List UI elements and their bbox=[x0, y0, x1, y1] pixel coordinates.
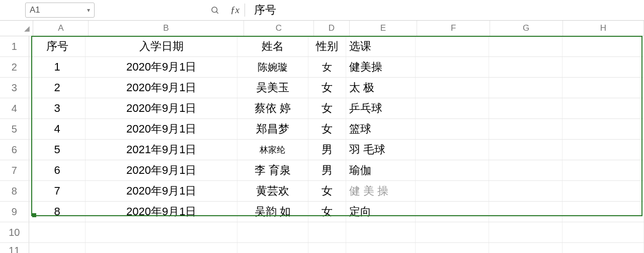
cell[interactable] bbox=[489, 222, 562, 242]
row-header[interactable]: 10 bbox=[0, 222, 29, 242]
cell[interactable]: 2020年9月1日 bbox=[86, 98, 237, 118]
cell[interactable]: 吴韵 如 bbox=[237, 202, 308, 222]
cell[interactable]: 定向 bbox=[346, 202, 416, 222]
cell[interactable]: 林家纶 bbox=[237, 140, 308, 160]
cell[interactable] bbox=[416, 140, 489, 160]
cell[interactable]: 吴美玉 bbox=[237, 78, 308, 98]
cell[interactable] bbox=[346, 243, 416, 253]
name-box[interactable]: A1 ▾ bbox=[25, 3, 95, 18]
cell[interactable] bbox=[416, 160, 489, 180]
cell[interactable]: 序号 bbox=[29, 36, 86, 56]
cell[interactable] bbox=[562, 78, 644, 98]
cell[interactable] bbox=[562, 202, 644, 222]
cell[interactable] bbox=[416, 98, 489, 118]
cell[interactable]: 女 bbox=[308, 57, 346, 77]
cell[interactable]: 女 bbox=[308, 78, 346, 98]
fx-icon[interactable]: ƒx bbox=[230, 5, 239, 16]
cell[interactable] bbox=[86, 243, 237, 253]
row-header[interactable]: 2 bbox=[0, 57, 29, 77]
row-header[interactable]: 1 bbox=[0, 36, 29, 56]
cell[interactable]: 4 bbox=[29, 119, 86, 139]
cell[interactable] bbox=[489, 243, 562, 253]
row-header[interactable]: 6 bbox=[0, 140, 29, 160]
cell[interactable] bbox=[489, 160, 562, 180]
spreadsheet-grid[interactable]: ◢ A B C D E F G H 1 序号 入学日期 姓名 性别 选课 2 1… bbox=[0, 21, 644, 253]
cell[interactable] bbox=[416, 222, 489, 242]
cell[interactable] bbox=[562, 243, 644, 253]
col-header-C[interactable]: C bbox=[244, 21, 314, 36]
cell[interactable] bbox=[489, 36, 562, 56]
cell[interactable] bbox=[346, 222, 416, 242]
col-header-F[interactable]: F bbox=[417, 21, 490, 36]
cell[interactable]: 2021年9月1日 bbox=[86, 140, 237, 160]
cell[interactable]: 郑昌梦 bbox=[237, 119, 308, 139]
cell[interactable]: 男 bbox=[308, 140, 346, 160]
row-header[interactable]: 9 bbox=[0, 202, 29, 222]
cell[interactable]: 乒乓球 bbox=[346, 98, 416, 118]
cell[interactable] bbox=[562, 119, 644, 139]
formula-value[interactable]: 序号 bbox=[254, 3, 276, 18]
cell[interactable] bbox=[562, 98, 644, 118]
cell[interactable] bbox=[237, 243, 308, 253]
cell[interactable]: 女 bbox=[308, 98, 346, 118]
cell[interactable]: 羽 毛球 bbox=[346, 140, 416, 160]
cell[interactable]: 瑜伽 bbox=[346, 160, 416, 180]
col-header-H[interactable]: H bbox=[563, 21, 644, 36]
cell[interactable] bbox=[237, 222, 308, 242]
cell[interactable]: 7 bbox=[29, 181, 86, 201]
cell[interactable]: 性别 bbox=[308, 36, 346, 56]
cell[interactable] bbox=[562, 36, 644, 56]
cell[interactable] bbox=[416, 57, 489, 77]
cell[interactable] bbox=[416, 36, 489, 56]
row-header[interactable]: 8 bbox=[0, 181, 29, 201]
cell[interactable]: 2020年9月1日 bbox=[86, 160, 237, 180]
col-header-A[interactable]: A bbox=[33, 21, 89, 36]
cell[interactable] bbox=[29, 222, 86, 242]
cell[interactable] bbox=[562, 181, 644, 201]
col-header-E[interactable]: E bbox=[350, 21, 418, 36]
cell[interactable] bbox=[489, 140, 562, 160]
cell[interactable]: 2020年9月1日 bbox=[86, 181, 237, 201]
cell[interactable] bbox=[29, 243, 86, 253]
col-header-G[interactable]: G bbox=[490, 21, 563, 36]
cell[interactable]: 女 bbox=[308, 202, 346, 222]
cell[interactable]: 女 bbox=[308, 181, 346, 201]
cell[interactable]: 入学日期 bbox=[86, 36, 237, 56]
cell[interactable]: 黄芸欢 bbox=[237, 181, 308, 201]
row-header[interactable]: 11 bbox=[0, 243, 29, 253]
cell[interactable] bbox=[416, 78, 489, 98]
select-all-corner[interactable]: ◢ bbox=[0, 21, 33, 36]
cell[interactable]: 健美操 bbox=[346, 181, 416, 201]
col-header-D[interactable]: D bbox=[314, 21, 349, 36]
cell[interactable]: 女 bbox=[308, 119, 346, 139]
col-header-B[interactable]: B bbox=[89, 21, 244, 36]
cell[interactable]: 健美操 bbox=[346, 57, 416, 77]
cell[interactable] bbox=[416, 243, 489, 253]
cell[interactable] bbox=[489, 181, 562, 201]
expand-icon[interactable] bbox=[210, 6, 219, 15]
row-header[interactable]: 7 bbox=[0, 160, 29, 180]
row-header[interactable]: 5 bbox=[0, 119, 29, 139]
cell[interactable]: 李 育泉 bbox=[237, 160, 308, 180]
cell[interactable]: 2020年9月1日 bbox=[86, 202, 237, 222]
cell[interactable]: 2020年9月1日 bbox=[86, 78, 237, 98]
row-header[interactable]: 3 bbox=[0, 78, 29, 98]
cell[interactable] bbox=[489, 57, 562, 77]
cell[interactable]: 选课 bbox=[346, 36, 416, 56]
cell[interactable]: 5 bbox=[29, 140, 86, 160]
cell[interactable]: 3 bbox=[29, 98, 86, 118]
cell[interactable] bbox=[416, 119, 489, 139]
cell[interactable]: 篮球 bbox=[346, 119, 416, 139]
cell[interactable]: 姓名 bbox=[237, 36, 308, 56]
cell[interactable]: 2 bbox=[29, 78, 86, 98]
cell[interactable]: 太 极 bbox=[346, 78, 416, 98]
cell[interactable] bbox=[308, 222, 346, 242]
cell[interactable] bbox=[86, 222, 237, 242]
cell[interactable]: 6 bbox=[29, 160, 86, 180]
cell[interactable]: 陈婉璇 bbox=[237, 57, 308, 77]
cell[interactable] bbox=[562, 222, 644, 242]
cell[interactable] bbox=[489, 98, 562, 118]
cell[interactable]: 蔡依 婷 bbox=[237, 98, 308, 118]
cell[interactable] bbox=[489, 202, 562, 222]
row-header[interactable]: 4 bbox=[0, 98, 29, 118]
